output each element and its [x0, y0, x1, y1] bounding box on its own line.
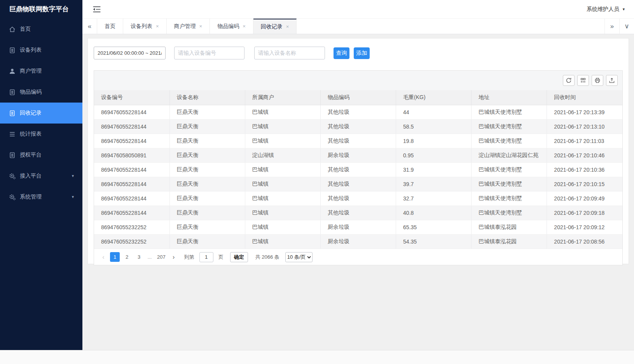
- sidebar-item-home[interactable]: 首页: [0, 19, 82, 40]
- goto-prefix-label: 到第: [184, 254, 194, 261]
- close-icon[interactable]: ×: [199, 23, 203, 29]
- table-cell: 巨鼎天衡: [169, 105, 245, 120]
- table-cell: 巴城镇: [245, 177, 320, 192]
- table-body: 869476055228144巨鼎天衡巴城镇其他垃圾44巴城镇天使湾别墅2021…: [94, 105, 622, 249]
- tab-recycle-records[interactable]: 回收记录×: [253, 19, 297, 34]
- tab-merchant-mgmt[interactable]: 商户管理×: [167, 19, 210, 34]
- table-cell: 巴城镇天使湾别墅: [472, 177, 547, 192]
- user-icon: [9, 68, 16, 75]
- table-cell: 2021-06-17 20:10:36: [547, 163, 622, 177]
- close-icon[interactable]: ×: [243, 23, 246, 29]
- table-row: 869476055228144巨鼎天衡巴城镇其他垃圾19.8巴城镇天使湾别墅20…: [94, 134, 622, 148]
- sidebar-item-label: 首页: [20, 26, 31, 33]
- sidebar-item-device-list[interactable]: 设备列表: [0, 40, 82, 61]
- table-cell: 2021-06-17 20:10:15: [547, 177, 622, 192]
- columns-icon: [580, 77, 586, 84]
- horizontal-scrollbar[interactable]: [0, 350, 634, 364]
- table-cell: 巴城镇天使湾别墅: [472, 134, 547, 148]
- tab-label: 首页: [105, 23, 115, 30]
- next-page-icon[interactable]: ›: [170, 254, 178, 261]
- close-icon[interactable]: ×: [156, 23, 159, 29]
- sidebar-item-label: 设备列表: [20, 47, 42, 54]
- tab-collapse-icon[interactable]: ∨: [619, 19, 634, 34]
- tabs: 首页设备列表×商户管理×物品编码×回收记录×: [97, 19, 297, 34]
- table-row: 869476058050891巨鼎天衡淀山湖镇厨余垃圾0.95淀山湖镇淀山湖花园…: [94, 148, 622, 163]
- sidebar-item-recycle-records[interactable]: 回收记录: [0, 103, 82, 124]
- confirm-button[interactable]: 确定: [230, 252, 248, 262]
- table-cell: 39.7: [396, 177, 472, 192]
- export-icon: [609, 77, 615, 84]
- doc-icon: [9, 152, 16, 158]
- page-number[interactable]: 1: [110, 252, 120, 262]
- page-number[interactable]: 2: [122, 252, 132, 262]
- table-toolbar: [94, 71, 622, 90]
- page-ellipsis: ...: [146, 254, 153, 260]
- table-cell: 869476055228144: [94, 120, 169, 134]
- column-header: 毛重(KG): [396, 90, 472, 105]
- print-button[interactable]: [592, 75, 603, 86]
- sidebar-item-stats-report[interactable]: 统计报表: [0, 124, 82, 145]
- table-cell: 巨鼎天衡: [169, 177, 245, 192]
- table-cell: 其他垃圾: [320, 105, 396, 120]
- goto-page-input[interactable]: [199, 252, 213, 262]
- user-name: 系统维护人员: [587, 6, 619, 13]
- table-cell: 869476055232252: [94, 235, 169, 249]
- export-button[interactable]: [606, 75, 618, 86]
- column-header: 回收时间: [547, 90, 622, 105]
- table-cell: 巴城镇: [245, 235, 320, 249]
- device-no-input[interactable]: [174, 47, 245, 59]
- table-cell: 巨鼎天衡: [169, 192, 245, 206]
- page-number[interactable]: 207: [155, 252, 167, 262]
- table-cell: 巴城镇: [245, 163, 320, 177]
- sidebar-item-access-platform[interactable]: 接入平台▼: [0, 165, 82, 186]
- tab-device-list[interactable]: 设备列表×: [123, 19, 167, 34]
- sidebar-item-auth-platform[interactable]: 授权平台: [0, 145, 82, 165]
- table-cell: 巴城镇: [245, 220, 320, 235]
- app-window: 巨鼎物联网数字平台 首页设备列表商户管理物品编码回收记录统计报表授权平台接入平台…: [0, 0, 634, 350]
- table-header-row: 设备编号设备名称所属商户物品编码毛重(KG)地址回收时间: [94, 90, 622, 105]
- user-dropdown[interactable]: 系统维护人员 ▼: [587, 6, 625, 13]
- table-cell: 其他垃圾: [320, 192, 396, 206]
- page-number[interactable]: 3: [134, 252, 144, 262]
- query-button[interactable]: 查询: [334, 47, 349, 59]
- goto-suffix-label: 页: [218, 254, 224, 261]
- sidebar-item-merchant-mgmt[interactable]: 商户管理: [0, 61, 82, 82]
- table-cell: 19.8: [396, 134, 472, 148]
- date-range-input[interactable]: [94, 47, 166, 59]
- prev-page-icon[interactable]: ‹: [100, 254, 107, 261]
- lines-icon: [9, 131, 16, 138]
- table-cell: 869476055232252: [94, 220, 169, 235]
- tab-item-code[interactable]: 物品编码×: [210, 19, 253, 34]
- table-cell: 巴城镇天使湾别墅: [472, 105, 547, 120]
- table-cell: 巴城镇: [245, 134, 320, 148]
- columns-button[interactable]: [577, 75, 589, 86]
- tab-spacer: [297, 19, 604, 34]
- table-cell: 54.35: [396, 235, 472, 249]
- device-name-input[interactable]: [254, 47, 325, 59]
- collapse-menu-icon[interactable]: [93, 5, 101, 14]
- tab-home[interactable]: 首页: [97, 19, 123, 34]
- refresh-icon: [566, 77, 572, 84]
- gear-icon: [9, 194, 16, 200]
- table-cell: 巴城镇: [245, 206, 320, 220]
- table-row: 869476055228144巨鼎天衡巴城镇其他垃圾32.7巴城镇天使湾别墅20…: [94, 192, 622, 206]
- tab-scroll-left-icon[interactable]: «: [82, 19, 97, 34]
- page-size-select[interactable]: 10 条/页: [285, 252, 313, 262]
- sidebar-item-item-code[interactable]: 物品编码: [0, 82, 82, 103]
- sidebar-item-system-mgmt[interactable]: 系统管理▼: [0, 186, 82, 207]
- sidebar: 巨鼎物联网数字平台 首页设备列表商户管理物品编码回收记录统计报表授权平台接入平台…: [0, 0, 82, 350]
- table-cell: 869476055228144: [94, 105, 169, 120]
- content-area: 查询 添加 设备编号设备名称所属商户物品编码毛重(KG)地址回收时间 86947…: [82, 34, 634, 350]
- print-icon: [594, 77, 601, 84]
- tab-scroll-right-icon[interactable]: »: [604, 19, 619, 34]
- home-icon: [9, 26, 16, 33]
- page-list: 123...207: [110, 252, 167, 262]
- add-button[interactable]: 添加: [354, 47, 370, 59]
- table-cell: 其他垃圾: [320, 177, 396, 192]
- table-cell: 2021-06-17 20:08:56: [547, 235, 622, 249]
- close-icon[interactable]: ×: [286, 24, 289, 30]
- refresh-button[interactable]: [563, 75, 575, 86]
- table-cell: 869476055228144: [94, 177, 169, 192]
- table-cell: 巨鼎天衡: [169, 134, 245, 148]
- sidebar-item-label: 商户管理: [20, 68, 42, 75]
